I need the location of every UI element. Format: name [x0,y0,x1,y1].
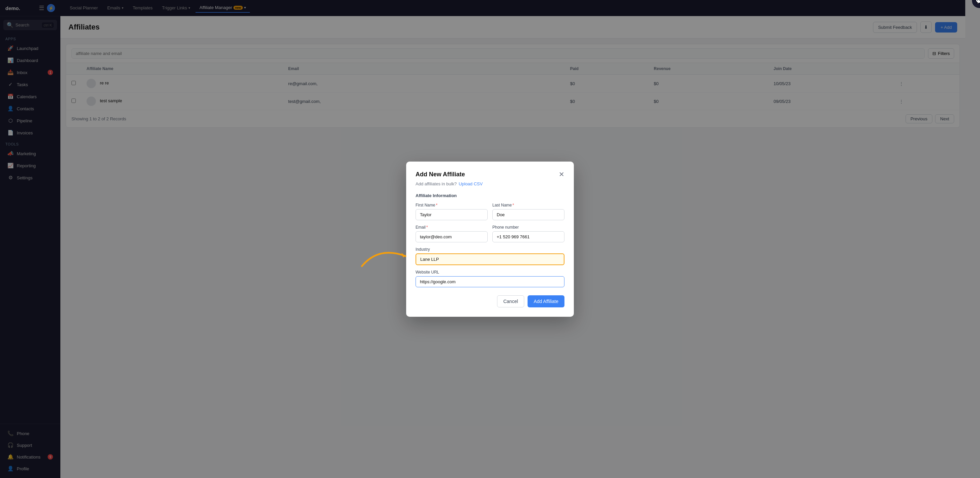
required-star: * [426,225,428,230]
add-affiliate-modal: Add New Affiliate ✕ Add affiliates in bu… [406,162,574,317]
first-name-group: First Name * [415,203,488,220]
modal-close-button[interactable]: ✕ [559,171,565,178]
modal-title: Add New Affiliate [415,171,465,178]
section-label: Affiliate Information [415,193,565,198]
last-name-label: Last Name * [492,203,565,208]
modal-footer: Cancel Add Affiliate [415,295,565,307]
website-input[interactable] [415,276,565,287]
upload-csv-link[interactable]: Upload CSV [459,181,483,186]
industry-label: Industry [415,247,565,252]
phone-group: Phone number [492,225,565,242]
modal-subtitle-text: Add affiliates in bulk? [415,181,457,186]
modal-subtitle: Add affiliates in bulk? Upload CSV [415,181,565,186]
email-group: Email * [415,225,488,242]
first-name-label: First Name * [415,203,488,208]
name-row: First Name * Last Name * [415,203,565,220]
last-name-group: Last Name * [492,203,565,220]
modal-overlay: Add New Affiliate ✕ Add affiliates in bu… [0,0,980,478]
website-group: Website URL [415,270,565,287]
modal-header: Add New Affiliate ✕ [415,171,565,178]
last-name-input[interactable] [492,209,565,220]
website-label: Website URL [415,270,565,275]
industry-group: Industry [415,247,565,265]
required-star: * [512,203,514,208]
required-star: * [436,203,438,208]
email-label: Email * [415,225,488,230]
cancel-button[interactable]: Cancel [497,295,525,307]
phone-label: Phone number [492,225,565,230]
phone-input[interactable] [492,231,565,242]
first-name-input[interactable] [415,209,488,220]
contact-row: Email * Phone number [415,225,565,242]
add-affiliate-button[interactable]: Add Affiliate [528,295,565,307]
industry-input[interactable] [415,253,565,265]
industry-wrapper: Industry [415,247,565,265]
svg-marker-0 [401,253,406,257]
arrow-annotation [358,243,412,270]
email-input[interactable] [415,231,488,242]
